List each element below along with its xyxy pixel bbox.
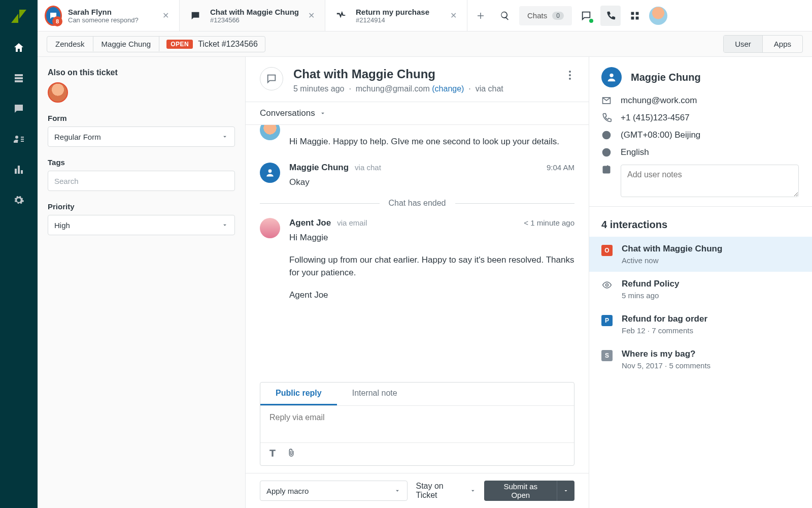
interaction-item[interactable]: P Refund for bag order Feb 12 · 7 commen… [589,307,812,342]
user-language: English [621,147,649,157]
brand-logo[interactable] [4,4,34,28]
tab-subtitle: #2124914 [356,16,429,24]
user-name: Maggie Chung [631,72,701,83]
interaction-sub: 5 mins ago [622,291,679,300]
user-timezone: (GMT+08:00) Beijing [621,130,700,140]
breadcrumb-bar: Zendesk Maggie Chung OPEN Ticket #123456… [38,31,812,57]
form-label: Form [48,114,235,122]
status-badge-solved: S [601,350,613,361]
svg-point-4 [569,71,571,73]
interaction-item[interactable]: O Chat with Maggie Chung Active now [589,237,812,272]
chats-label: Chats [527,11,547,20]
interaction-title: Refund Policy [622,279,679,289]
tags-label: Tags [48,158,235,167]
view-icon [601,280,613,300]
user-phone: +1 (415)123-4567 [621,113,690,123]
reply-textarea[interactable] [260,406,574,442]
tab-user[interactable]: User [724,36,763,52]
tab-apps[interactable]: Apps [763,36,802,52]
apps-grid-icon[interactable] [625,6,645,26]
online-dot [589,19,593,23]
profile-avatar[interactable] [649,7,667,25]
svg-point-5 [569,74,571,76]
close-icon[interactable]: ✕ [305,8,318,23]
form-select[interactable]: Regular Form [48,126,235,147]
conversation-status-icon[interactable] [576,6,596,26]
agent-avatar [260,218,280,238]
message-text: Hi Maggie [289,231,574,244]
more-icon[interactable] [565,67,574,85]
crumb-org[interactable]: Zendesk [47,37,93,51]
add-tab-button[interactable] [470,6,491,26]
priority-label: Priority [48,202,235,211]
svg-point-8 [610,74,613,77]
user-avatar [601,67,622,87]
context-tabs: User Apps [723,35,803,53]
conversation-via: via chat [476,84,503,93]
nav-customers-icon[interactable] [4,124,34,154]
tab-title: Chat with Maggie Chung [210,8,299,16]
nav-views-icon[interactable] [4,63,34,93]
tab-title: Sarah Flynn [68,8,139,16]
collaborator-avatar[interactable] [48,82,68,103]
chat-avatar-icon: 8 [45,6,62,26]
svg-point-12 [606,284,608,287]
message-via: via email [337,218,367,227]
interaction-title: Refund for bag order [622,314,707,324]
interaction-item[interactable]: S Where is my bag? Nov 5, 2017 · 5 comme… [589,342,812,377]
chats-count: 0 [552,12,564,20]
message-via: via chat [355,163,381,172]
tab-subtitle: #1234566 [210,16,299,24]
message-text: Hi Maggie. Happy to help. GIve me one se… [289,135,574,148]
tab-title: Return my purchase [356,8,429,16]
interaction-title: Chat with Maggie Chung [622,244,722,254]
interactions-heading: 4 interactions [589,206,812,237]
status-badge-open: O [601,245,613,256]
message-author: Agent Joe [289,218,331,228]
chats-pill[interactable]: Chats 0 [519,6,572,25]
interaction-title: Where is my bag? [622,349,710,359]
svg-rect-3 [636,16,639,19]
submit-button[interactable]: Submit as Open [484,481,557,501]
change-email-link[interactable]: (change) [432,84,464,93]
interaction-item[interactable]: Refund Policy 5 mins ago [589,272,812,307]
stay-on-ticket-dropdown[interactable]: Stay on Ticket [416,482,476,500]
search-icon[interactable] [495,6,515,26]
attach-icon[interactable] [287,448,296,460]
message-author: Maggie Chung [289,163,349,173]
tab-chat-maggie[interactable]: Chat with Maggie Chung #1234566 ✕ [180,0,325,31]
conversations-dropdown[interactable]: Conversations [260,108,326,118]
status-badge-pending: P [601,315,613,326]
submit-menu-button[interactable] [557,481,574,501]
message-text: Okay [289,176,574,189]
svg-point-7 [268,169,272,173]
nav-reports-icon[interactable] [4,154,34,185]
chat-ended-label: Chat has ended [389,199,446,208]
breadcrumb: Zendesk Maggie Chung OPEN Ticket #123456… [47,36,265,52]
crumb-user[interactable]: Maggie Chung [93,37,160,51]
unread-badge: 8 [52,16,62,26]
reply-tab-internal[interactable]: Internal note [337,383,413,405]
nav-chat-icon[interactable] [4,93,34,124]
svg-point-6 [569,78,571,80]
user-notes-input[interactable] [621,165,799,197]
conversation-title: Chat with Maggie Chung [293,67,555,81]
nav-home-icon[interactable] [4,33,34,63]
workspace-tabs: 8 Sarah Flynn Can someone respond? ✕ Cha… [38,0,812,31]
tab-return-purchase[interactable]: Return my purchase #2124914 ✕ [325,0,467,31]
interaction-sub: Feb 12 · 7 comments [622,326,707,335]
macro-select[interactable]: Apply macro [260,481,408,501]
tags-input[interactable] [48,171,235,191]
close-icon[interactable]: ✕ [447,8,460,23]
text-format-icon[interactable] [267,448,278,460]
reply-tab-public[interactable]: Public reply [260,383,337,405]
message-time: < 1 minute ago [524,218,574,227]
also-on-ticket-label: Also on this ticket [48,68,235,77]
close-icon[interactable]: ✕ [159,8,172,23]
tab-sarah-flynn[interactable]: 8 Sarah Flynn Can someone respond? ✕ [38,0,180,31]
tab-subtitle: Can someone respond? [68,16,139,24]
nav-settings-icon[interactable] [4,185,34,215]
phone-icon[interactable] [600,6,621,26]
priority-select[interactable]: High [48,215,235,235]
user-context-panel: Maggie Chung mchung@work.com +1 (415)123… [589,57,812,508]
